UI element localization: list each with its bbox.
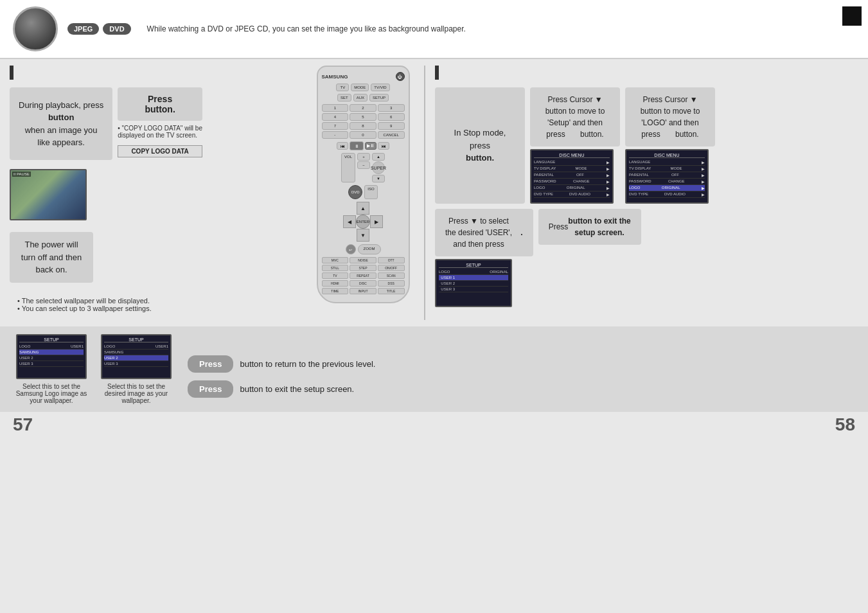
btn-1[interactable]: 1 bbox=[322, 104, 349, 112]
top-description: While watching a DVD or JPEG CD, you can… bbox=[147, 24, 466, 33]
disc-menu-button[interactable]: ISO bbox=[364, 185, 377, 199]
press-exit-row: Press button to exit the setup screen. bbox=[188, 380, 855, 398]
press-return-row: Press button to return to the previous l… bbox=[188, 355, 855, 373]
cursor-setup-box: Press Cursor ▼button to move to'Setup' a… bbox=[530, 87, 620, 147]
setup-button[interactable]: SETUP bbox=[369, 94, 389, 102]
super-button[interactable]: SUPER bbox=[372, 161, 385, 174]
setup-menu-screen: DISC MENU LANGUAGE▶ TV DISPLAYMODE▶ PARE… bbox=[530, 149, 614, 204]
press-button-1: button. bbox=[145, 104, 175, 114]
ott-btn[interactable]: OTT bbox=[378, 257, 405, 263]
onoff-btn[interactable]: ON/OFF bbox=[378, 265, 405, 271]
btn-2[interactable]: 2 bbox=[350, 104, 376, 112]
left-image-row: II PAUSE bbox=[10, 169, 305, 220]
remote-top: SAMSUNG ⏻ bbox=[322, 72, 405, 81]
menu-row-dvdtype: DVD TYPEDVD AUDIO▶ bbox=[534, 191, 610, 198]
screen-overlay: II PAUSE bbox=[12, 172, 31, 177]
decorative-square bbox=[842, 6, 862, 26]
samsung-logo-screen: SETUP LOGOUSER1 SAMSUNG USER 2 USER 3 bbox=[16, 334, 87, 379]
menu-row-password: PASSWORDCHANGE▶ bbox=[534, 179, 610, 185]
dpad-right[interactable]: ▶ bbox=[370, 215, 383, 228]
step-btn[interactable]: STEP bbox=[350, 265, 376, 271]
logo-menu-screen: DISC MENU LANGUAGE▶ TV DISPLAYMODE▶ PARE… bbox=[625, 149, 709, 204]
user-image-screen-wrap: SETUP LOGOUSER1 SAMSUNG USER 2 USER 3 Se… bbox=[98, 334, 175, 404]
bs1-user2-row: USER 2 bbox=[19, 355, 84, 361]
press-return-desc: button to return to the previous level. bbox=[240, 359, 375, 369]
tv-button[interactable]: TV bbox=[336, 84, 349, 91]
still-btn[interactable]: STILL bbox=[322, 265, 349, 271]
input-btn[interactable]: INPUT bbox=[350, 288, 376, 294]
tvvideo-button[interactable]: TV/VID bbox=[371, 84, 389, 91]
tv-btn-row: TV MODE TV/VID bbox=[322, 84, 405, 91]
enter-button[interactable]: ENTER bbox=[356, 215, 370, 229]
stop-mode-box: In Stop mode,pressbutton. bbox=[435, 87, 525, 204]
vol-down[interactable]: − bbox=[357, 161, 370, 169]
left-step1-right: Press button. • "COPY LOGO DATA" will be… bbox=[118, 87, 202, 160]
vol-up[interactable]: + bbox=[357, 153, 370, 161]
dpad-up[interactable]: ▲ bbox=[357, 202, 369, 215]
panel-divider bbox=[424, 66, 425, 320]
press-return-btn: Press bbox=[188, 355, 233, 373]
mvc-btn[interactable]: MVC bbox=[322, 257, 349, 263]
btn-minus[interactable]: - bbox=[322, 131, 349, 139]
scan-btn[interactable]: SCAN bbox=[378, 272, 405, 279]
bottom-left: SETUP LOGOUSER1 SAMSUNG USER 2 USER 3 Se… bbox=[13, 334, 175, 404]
pause-btn[interactable]: ⏸ bbox=[350, 141, 364, 150]
bs2-user2-row: USER 2 bbox=[104, 355, 168, 361]
btn-7[interactable]: 7 bbox=[322, 122, 349, 130]
dvd-menu-button[interactable]: DVD bbox=[348, 185, 362, 199]
set-btn-row: SET AUX SETUP bbox=[322, 94, 405, 102]
repeat-btn[interactable]: REPEAT bbox=[350, 272, 376, 279]
disc-btn[interactable]: DISC bbox=[350, 280, 376, 287]
btn-cancel[interactable]: CANCEL bbox=[378, 131, 405, 139]
logo-row-language: LANGUAGE▶ bbox=[629, 159, 705, 166]
prev-btn[interactable]: ⏮ bbox=[337, 142, 348, 150]
right-mid-row: Press ▼ to selectthe desired 'USER',and … bbox=[435, 209, 858, 307]
logo-btn[interactable]: DSS bbox=[378, 280, 405, 287]
hdmi-btn[interactable]: HDMI bbox=[322, 280, 349, 287]
vol-ch-row: VOL + − ▲ SUPER ▼ bbox=[322, 153, 405, 182]
user-row-logo: LOGOORIGINAL bbox=[439, 269, 508, 275]
btn-5[interactable]: 5 bbox=[350, 113, 376, 121]
cursor-logo-box: Press Cursor ▼button to move to'LOGO' an… bbox=[625, 87, 715, 147]
menu-row-language: LANGUAGE▶ bbox=[534, 159, 610, 166]
bottom-section: SETUP LOGOUSER1 SAMSUNG USER 2 USER 3 Se… bbox=[0, 326, 868, 412]
btn-0[interactable]: 0 bbox=[350, 131, 376, 139]
logo-row-display: TV DISPLAYMODE▶ bbox=[629, 166, 705, 172]
return-button[interactable]: ↩ bbox=[346, 244, 356, 254]
set-button[interactable]: SET bbox=[337, 94, 351, 102]
main-content: During playback, pressbuttonwhen an imag… bbox=[0, 59, 868, 326]
left-step1-box: During playback, pressbuttonwhen an imag… bbox=[10, 87, 112, 160]
page-left: 57 bbox=[13, 414, 33, 435]
play-btn[interactable]: ▶⏸ bbox=[365, 142, 376, 150]
playback-screen: II PAUSE bbox=[10, 169, 87, 220]
tv-btn2[interactable]: TV bbox=[322, 272, 349, 279]
mode-button[interactable]: MODE bbox=[351, 84, 369, 91]
power-button[interactable]: ⏻ bbox=[396, 72, 405, 81]
time-btn[interactable]: TIME bbox=[322, 288, 349, 294]
menu-row-logo: LOGOORIGINAL▶ bbox=[534, 185, 610, 191]
btn-3[interactable]: 3 bbox=[378, 104, 405, 112]
noise-btn[interactable]: NOISE bbox=[350, 257, 376, 263]
right-panel: In Stop mode,pressbutton. Press Cursor ▼… bbox=[435, 66, 858, 320]
dpad-down[interactable]: ▼ bbox=[357, 229, 369, 242]
ch-up[interactable]: ▲ bbox=[372, 153, 385, 161]
section-bar bbox=[10, 66, 13, 80]
aux-button[interactable]: AUX bbox=[353, 94, 368, 102]
ch-down[interactable]: ▼ bbox=[372, 175, 385, 182]
bs1-menu-title: SETUP bbox=[19, 337, 84, 342]
btn-9[interactable]: 9 bbox=[378, 122, 405, 130]
press-box-1: Press button. bbox=[118, 87, 202, 121]
btn-4[interactable]: 4 bbox=[322, 113, 349, 121]
title-btn[interactable]: TITLE bbox=[378, 288, 405, 294]
return-zoom-row: ↩ ZOOM bbox=[322, 244, 405, 254]
menu-row-display: TV DISPLAYMODE▶ bbox=[534, 166, 610, 172]
btn-8[interactable]: 8 bbox=[350, 122, 376, 130]
copy-logo-label: COPY LOGO DATA bbox=[118, 145, 202, 157]
next-btn[interactable]: ⏭ bbox=[378, 142, 389, 150]
btn-6[interactable]: 6 bbox=[378, 113, 405, 121]
logo-row-password: PASSWORDCHANGE▶ bbox=[629, 179, 705, 185]
screen2-desc: Select this to set the desired image as … bbox=[98, 383, 175, 404]
zoom-button[interactable]: ZOOM bbox=[358, 244, 381, 254]
dpad-left[interactable]: ◀ bbox=[343, 215, 356, 228]
remote-control: SAMSUNG ⏻ TV MODE TV/VID SET AUX SETUP 1… bbox=[317, 66, 410, 303]
